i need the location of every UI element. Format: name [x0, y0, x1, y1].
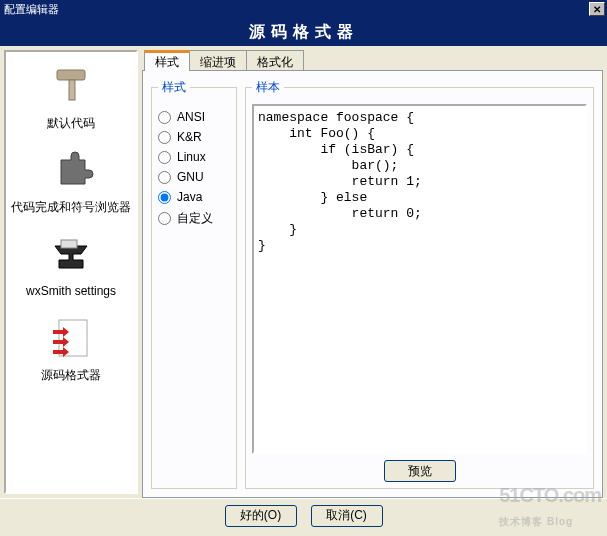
sample-legend: 样本	[252, 79, 284, 96]
svg-rect-1	[69, 80, 75, 100]
content-area: 默认代码 代码完成和符号浏览器 wxSmith settings 源码格式器	[0, 46, 607, 498]
dialog-footer: 好的(O) 取消(C)	[0, 498, 607, 532]
radio-label[interactable]: Linux	[177, 150, 206, 164]
sample-fieldset: 样本 预览	[245, 79, 594, 489]
svg-rect-0	[57, 70, 85, 80]
sidebar-item-default-code[interactable]: 默认代码	[8, 54, 134, 138]
sidebar-item-formatter[interactable]: 源码格式器	[8, 306, 134, 390]
tab-strip: 样式 缩进项 格式化	[142, 50, 603, 71]
tab-style[interactable]: 样式	[144, 50, 190, 71]
style-fieldset: 样式 ANSI K&R Linux GNU Java 自定义	[151, 79, 237, 489]
cancel-button[interactable]: 取消(C)	[311, 505, 383, 527]
anvil-icon	[43, 226, 99, 282]
close-button[interactable]: ✕	[589, 2, 605, 16]
titlebar: 配置编辑器 ✕	[0, 0, 607, 18]
sidebar-item-label: wxSmith settings	[26, 284, 116, 298]
radio-gnu[interactable]	[158, 171, 171, 184]
style-legend: 样式	[158, 79, 190, 96]
header-title: 源码格式器	[249, 22, 359, 43]
tab-format[interactable]: 格式化	[246, 50, 304, 71]
radio-label[interactable]: Java	[177, 190, 202, 204]
radio-custom[interactable]	[158, 212, 171, 225]
radio-label[interactable]: K&R	[177, 130, 202, 144]
sidebar-item-code-completion[interactable]: 代码完成和符号浏览器	[8, 138, 134, 222]
sidebar-item-label: 默认代码	[47, 116, 95, 130]
document-arrows-icon	[43, 310, 99, 366]
svg-rect-2	[61, 240, 77, 248]
radio-label[interactable]: ANSI	[177, 110, 205, 124]
window-title: 配置编辑器	[2, 2, 589, 17]
main-panel: 样式 缩进项 格式化 样式 ANSI K&R Linux GNU Java 自定…	[142, 50, 603, 494]
ok-button[interactable]: 好的(O)	[225, 505, 297, 527]
tab-content-style: 样式 ANSI K&R Linux GNU Java 自定义 样本 预览	[142, 70, 603, 498]
dialog-header: 源码格式器	[0, 18, 607, 46]
tab-indent[interactable]: 缩进项	[189, 50, 247, 71]
radio-linux[interactable]	[158, 151, 171, 164]
puzzle-icon	[43, 142, 99, 198]
sidebar-item-label: 源码格式器	[41, 368, 101, 382]
radio-label[interactable]: GNU	[177, 170, 204, 184]
preview-button[interactable]: 预览	[384, 460, 456, 482]
sidebar-item-wxsmith[interactable]: wxSmith settings	[8, 222, 134, 306]
radio-ansi[interactable]	[158, 111, 171, 124]
hammer-icon	[43, 58, 99, 114]
radio-label[interactable]: 自定义	[177, 210, 213, 227]
sidebar-item-label: 代码完成和符号浏览器	[11, 200, 131, 214]
code-sample[interactable]	[252, 104, 587, 454]
radio-java[interactable]	[158, 191, 171, 204]
config-editor-window: 配置编辑器 ✕ 源码格式器 默认代码 代码完成和符号浏览器	[0, 0, 607, 536]
category-sidebar[interactable]: 默认代码 代码完成和符号浏览器 wxSmith settings 源码格式器	[4, 50, 138, 494]
radio-kr[interactable]	[158, 131, 171, 144]
